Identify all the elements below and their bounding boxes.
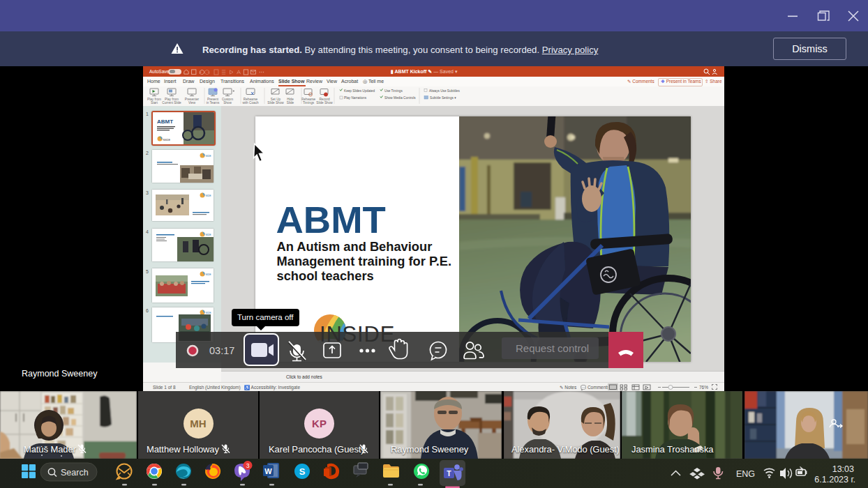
svg-text:Play from: Play from	[165, 98, 179, 101]
svg-text:Subtitle Settings ▾: Subtitle Settings ▾	[430, 96, 456, 100]
svg-text:Use Timings: Use Timings	[384, 89, 403, 93]
svg-text:Rehearse: Rehearse	[301, 98, 316, 101]
svg-text:Timings: Timings	[303, 101, 315, 105]
svg-text:Custom: Custom	[222, 98, 233, 101]
svg-text:SIDE: SIDE	[206, 155, 212, 158]
svg-text:13:03: 13:03	[832, 464, 854, 474]
svg-text:Rehearse: Rehearse	[244, 98, 258, 101]
svg-text:Play Narrations: Play Narrations	[344, 96, 367, 100]
svg-text:Set Up: Set Up	[271, 98, 281, 101]
svg-text:SIDE: SIDE	[206, 234, 212, 236]
svg-text:in Teams: in Teams	[207, 101, 220, 105]
svg-text:View: View	[188, 101, 196, 105]
svg-text:Show: Show	[223, 101, 232, 105]
svg-text:Record: Record	[319, 98, 330, 101]
svg-text:SIDE: SIDE	[206, 312, 212, 314]
svg-text:Start: Start	[151, 101, 158, 105]
svg-text:Presenter: Presenter	[185, 98, 200, 101]
svg-text:Slide: Slide	[287, 101, 294, 105]
svg-text:W: W	[264, 467, 272, 475]
svg-text:6.1.2023 г.: 6.1.2023 г.	[814, 475, 855, 485]
svg-text:SIDE: SIDE	[206, 195, 212, 197]
svg-text:with Coach: with Coach	[242, 101, 259, 105]
svg-text:Current Slide: Current Slide	[162, 101, 181, 105]
svg-text:NSIDE: NSIDE	[163, 139, 171, 142]
svg-text:Search: Search	[61, 468, 89, 478]
svg-text:ABMT: ABMT	[157, 119, 173, 125]
svg-text:Keep Slides Updated: Keep Slides Updated	[344, 89, 375, 93]
svg-text:03:17: 03:17	[209, 345, 234, 356]
svg-text:Request control: Request control	[516, 342, 589, 354]
svg-text:Always Use Subtitles: Always Use Subtitles	[429, 89, 460, 93]
svg-text:ENG: ENG	[736, 469, 755, 479]
svg-text:Hide: Hide	[287, 98, 294, 101]
svg-text:SIDE: SIDE	[206, 273, 212, 276]
svg-text:Slide Show: Slide Show	[316, 101, 333, 105]
svg-text:S: S	[299, 466, 306, 477]
svg-text:76%: 76%	[699, 385, 708, 390]
svg-text:3: 3	[246, 462, 250, 469]
svg-text:Play from: Play from	[147, 98, 161, 101]
svg-text:Present: Present	[207, 98, 219, 101]
svg-text:Show Media Controls: Show Media Controls	[384, 96, 416, 100]
svg-text:T: T	[447, 469, 451, 478]
svg-text:Slide Show: Slide Show	[267, 101, 284, 105]
